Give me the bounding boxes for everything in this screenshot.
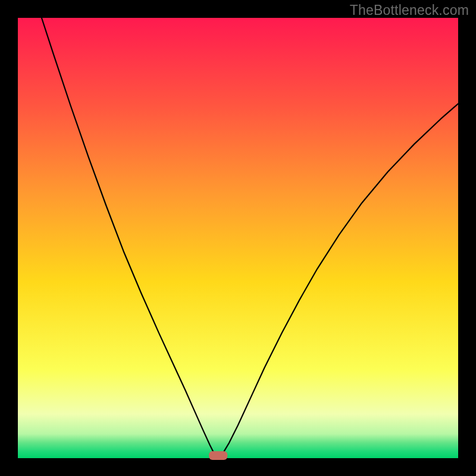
watermark-text: TheBottleneck.com [350,2,469,18]
bottleneck-chart [0,0,476,476]
plot-area [18,18,458,458]
chart-frame: TheBottleneck.com [0,0,476,476]
optimal-marker [209,451,227,460]
